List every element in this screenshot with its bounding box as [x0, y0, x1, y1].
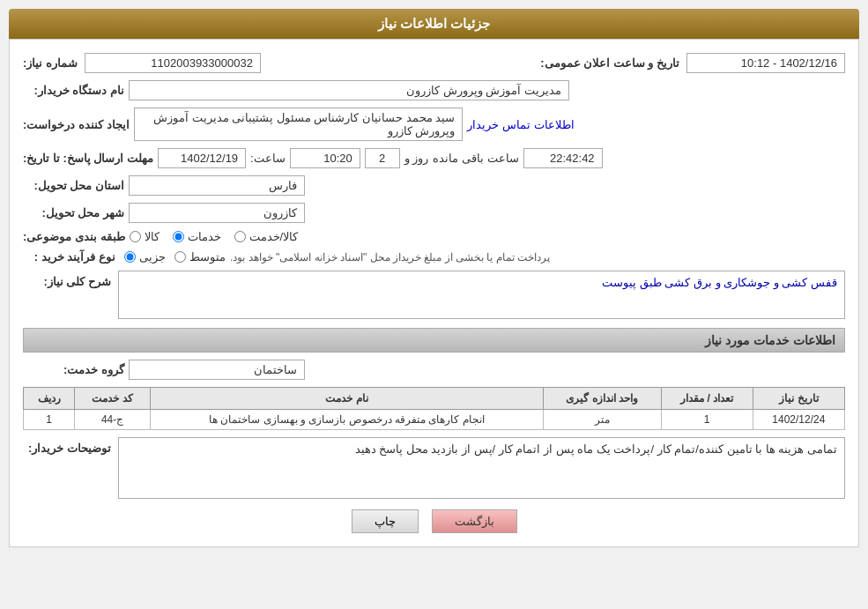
shahr-value: کازرون — [129, 203, 305, 223]
shomare-niaz-value: 1102003933000032 — [85, 53, 261, 73]
tabaqe-row: کالا/خدمت خدمات کالا طبقه بندی موضوعی: — [23, 230, 845, 243]
ejad-konande-label: ایجاد کننده درخواست: — [23, 118, 134, 131]
page-header: جزئیات اطلاعات نیاز — [9, 9, 859, 39]
col-vahed: واحد اندازه گیری — [544, 388, 662, 410]
mohlat-rooz-value: 2 — [365, 148, 400, 168]
ejad-konande-link[interactable]: اطلاعات تماس خریدار — [467, 118, 574, 131]
mohlat-baqi-label: ساعت باقی مانده — [433, 152, 518, 165]
sharh-niaz-value: قفس کشی و جوشکاری و برق کشی طبق پیوست — [118, 271, 845, 319]
top-info-row: 1402/12/16 - 10:12 تاریخ و ساعت اعلان عم… — [23, 53, 845, 73]
noe-farayand-text: پرداخت تمام یا بخشی از مبلغ خریداز محل "… — [230, 251, 845, 264]
tabaqe-kala-radio[interactable] — [130, 231, 141, 242]
khadamat-section-title: اطلاعات خدمات مورد نیاز — [23, 328, 845, 353]
groh-label: گروه خدمت: — [23, 363, 129, 376]
groh-row: ساختمان گروه خدمت: — [23, 360, 845, 380]
mohlat-time-value: 10:20 — [290, 148, 360, 168]
sharh-niaz-section: قفس کشی و جوشکاری و برق کشی طبق پیوست شر… — [23, 271, 845, 319]
noe-motavasset-radio[interactable] — [174, 251, 186, 263]
tarikh-value: 1402/12/16 - 10:12 — [686, 53, 845, 73]
ostan-value: فارس — [129, 175, 305, 196]
back-button[interactable]: بازگشت — [432, 509, 517, 533]
tozih-value: تمامی هزینه ها با تامین کننده/تمام کار /… — [118, 437, 845, 499]
tabaqe-khadamat-option[interactable]: خدمات — [173, 230, 221, 243]
tabaqe-khadamat-radio[interactable] — [173, 231, 184, 242]
col-kod: کد خدمت — [75, 388, 151, 410]
nam-dastgah-value: مدیریت آموزش وپرورش کازرون — [129, 80, 569, 100]
page-title: جزئیات اطلاعات نیاز — [378, 16, 490, 31]
noe-jozyi-radio[interactable] — [124, 251, 136, 263]
col-tarikh: تاریخ نیاز — [753, 388, 844, 410]
noe-jozyi-option[interactable]: جزیی — [124, 250, 166, 264]
sharh-niaz-label: شرح کلی نیاز: — [23, 271, 111, 288]
noe-motavasset-label: متوسط — [189, 250, 226, 264]
shahr-label: شهر محل تحویل: — [23, 206, 129, 219]
tozih-section: تمامی هزینه ها با تامین کننده/تمام کار /… — [23, 437, 845, 499]
services-table: تاریخ نیاز تعداد / مقدار واحد اندازه گیر… — [23, 387, 845, 430]
tarikh-group: 1402/12/16 - 10:12 تاریخ و ساعت اعلان عم… — [540, 53, 845, 73]
noe-motavasset-option[interactable]: متوسط — [174, 250, 226, 264]
shomare-niaz-label: شماره نیاز: — [23, 56, 78, 70]
mohlat-time-label: ساعت: — [250, 152, 286, 165]
col-radif: ردیف — [24, 388, 75, 410]
tozih-label: توضیحات خریدار: — [23, 437, 111, 455]
mohlat-row: 22:42:42 ساعت باقی مانده روز و 2 10:20 س… — [23, 148, 845, 168]
mohlat-baqi-value: 22:42:42 — [523, 148, 603, 168]
groh-value: ساختمان — [129, 360, 305, 380]
tabaqe-kala-khadamat-label: کالا/خدمت — [249, 230, 299, 243]
tabaqe-kala-khadamat-radio[interactable] — [234, 231, 246, 242]
noe-farayand-label: نوع فرآیند خرید : — [23, 250, 120, 264]
tabaqe-kala-label: کالا — [145, 230, 160, 243]
ejad-konande-row: اطلاعات تماس خریدار سید محمد حسانیان کار… — [23, 108, 845, 141]
button-row: بازگشت چاپ — [23, 509, 845, 533]
table-header: تاریخ نیاز تعداد / مقدار واحد اندازه گیر… — [24, 388, 845, 410]
print-button[interactable]: چاپ — [352, 509, 419, 533]
noe-jozyi-label: جزیی — [139, 250, 166, 264]
ostan-label: استان محل تحویل: — [23, 179, 129, 192]
col-tedad: تعداد / مقدار — [661, 388, 753, 410]
mohlat-date-value: 1402/12/19 — [158, 148, 246, 168]
col-nam: نام خدمت — [150, 388, 543, 410]
mohlat-label: مهلت ارسال پاسخ: تا تاریخ: — [23, 152, 153, 165]
shomare-group: 1102003933000032 شماره نیاز: — [23, 53, 261, 73]
tabaqe-label: طبقه بندی موضوعی: — [23, 230, 130, 243]
table-row: 1402/12/241مترانجام کارهای متفرقه درخصوص… — [24, 410, 845, 430]
nam-dastgah-row: مدیریت آموزش وپرورش کازرون نام دستگاه خر… — [23, 80, 845, 100]
nam-dastgah-label: نام دستگاه خریدار: — [23, 84, 129, 97]
noe-farayand-row: پرداخت تمام یا بخشی از مبلغ خریداز محل "… — [23, 250, 845, 264]
mohlat-rooz-label: روز و — [404, 152, 429, 165]
ejad-konande-value: سید محمد حسانیان کارشناس مسئول پشتیبانی … — [134, 108, 464, 141]
tarikh-label: تاریخ و ساعت اعلان عمومی: — [540, 56, 679, 70]
ostan-row: فارس استان محل تحویل: — [23, 175, 845, 196]
table-body: 1402/12/241مترانجام کارهای متفرقه درخصوص… — [24, 410, 845, 430]
shahr-row: کازرون شهر محل تحویل: — [23, 203, 845, 223]
tabaqe-kala-option[interactable]: کالا — [130, 230, 160, 243]
tabaqe-khadamat-label: خدمات — [188, 230, 221, 243]
tabaqe-kala-khadamat-option[interactable]: کالا/خدمت — [234, 230, 299, 243]
